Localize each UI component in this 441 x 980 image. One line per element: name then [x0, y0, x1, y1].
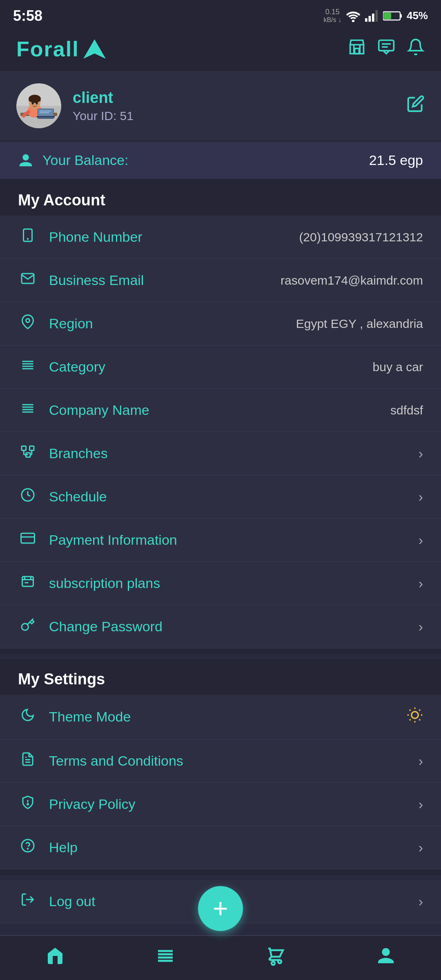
logout-chevron: ›	[419, 893, 423, 909]
profile-avatar	[16, 83, 61, 128]
svg-line-55	[410, 710, 410, 710]
privacy-chevron: ›	[419, 796, 423, 812]
company-name-value: sdfdsf	[390, 403, 423, 417]
logout-divider	[0, 869, 441, 875]
my-settings-title: My Settings	[18, 670, 105, 688]
branches-item[interactable]: Branches ›	[0, 432, 441, 475]
schedule-chevron: ›	[419, 489, 423, 505]
my-account-menu: Phone Number (20)109939317121312 Busines…	[0, 216, 441, 648]
theme-toggle-icon[interactable]	[407, 707, 423, 727]
store-icon[interactable]	[348, 38, 366, 60]
svg-line-60	[419, 710, 420, 710]
bottom-nav	[0, 935, 441, 980]
profile-section: client Your ID: 51	[0, 71, 441, 142]
balance-bar: Your Balance: 21.5 egp	[0, 142, 441, 180]
password-icon	[18, 617, 38, 636]
payment-item[interactable]: Payment Information ›	[0, 519, 441, 562]
battery-percent: 45%	[407, 9, 428, 22]
app-logo: Forall	[16, 37, 106, 61]
svg-rect-2	[368, 16, 371, 22]
terms-chevron: ›	[419, 753, 423, 769]
company-name-item[interactable]: Company Name sdfdsf	[0, 389, 441, 432]
person-icon	[18, 153, 33, 168]
bell-icon[interactable]	[407, 38, 425, 60]
profile-name: client	[73, 89, 134, 107]
schedule-item[interactable]: Schedule ›	[0, 475, 441, 519]
help-item[interactable]: Help ›	[0, 826, 441, 869]
phone-icon	[18, 228, 38, 246]
help-label: Help	[49, 840, 78, 855]
terms-item[interactable]: Terms and Conditions ›	[0, 739, 441, 783]
profile-id: Your ID: 51	[73, 109, 134, 123]
battery-icon	[383, 10, 403, 22]
phone-number-value: (20)109939317121312	[299, 230, 423, 244]
business-email-item[interactable]: Business Email rasovem174@kaimdr.com	[0, 259, 441, 302]
branches-label: Branches	[49, 445, 108, 461]
svg-rect-7	[384, 13, 391, 19]
svg-rect-39	[30, 446, 34, 451]
profile-icon	[376, 946, 396, 970]
svg-rect-10	[379, 40, 394, 51]
bottom-nav-list[interactable]	[143, 942, 187, 974]
change-password-item[interactable]: Change Password ›	[0, 605, 441, 648]
network-speed: 0.15 kB/s ↓	[323, 8, 341, 23]
balance-label: Your Balance:	[42, 152, 128, 168]
svg-rect-47	[22, 577, 33, 586]
logout-label: Log out	[49, 893, 95, 909]
theme-mode-item[interactable]: Theme Mode	[0, 695, 441, 739]
privacy-item[interactable]: Privacy Policy ›	[0, 783, 441, 826]
svg-rect-45	[21, 533, 35, 543]
signal-icon	[365, 10, 379, 22]
change-password-label: Change Password	[49, 619, 163, 635]
shop-icon	[266, 946, 285, 970]
region-value: Egypt EGY , alexandria	[296, 317, 423, 331]
home-icon	[45, 946, 65, 970]
svg-point-52	[412, 712, 419, 719]
svg-rect-6	[400, 14, 402, 18]
svg-point-0	[352, 20, 354, 22]
app-header: Forall	[0, 29, 441, 71]
balance-amount: 21.5 egp	[369, 152, 423, 168]
payment-chevron: ›	[419, 532, 423, 548]
subscription-label: subscription plans	[49, 575, 160, 591]
status-icons: 0.15 kB/s ↓ 45%	[323, 8, 428, 23]
category-item[interactable]: Category buy a car	[0, 345, 441, 389]
svg-rect-3	[372, 13, 374, 22]
logo-arrow-icon	[83, 39, 106, 59]
my-account-header: My Account	[0, 180, 441, 216]
status-bar: 5:58 0.15 kB/s ↓ 45%	[0, 0, 441, 29]
chat-icon[interactable]	[377, 38, 395, 60]
svg-point-28	[26, 319, 30, 323]
svg-rect-1	[365, 18, 368, 22]
business-email-value: rasovem174@kaimdr.com	[281, 274, 423, 287]
my-account-title: My Account	[18, 192, 105, 209]
schedule-label: Schedule	[49, 489, 107, 505]
svg-rect-9	[355, 49, 359, 54]
svg-rect-4	[375, 10, 378, 22]
phone-number-label: Phone Number	[49, 229, 143, 245]
list-icon	[156, 946, 175, 970]
location-icon	[18, 314, 38, 333]
terms-icon	[18, 752, 38, 770]
fab-button[interactable]: +	[198, 886, 243, 931]
svg-point-25	[36, 102, 38, 105]
svg-line-59	[410, 719, 410, 720]
terms-label: Terms and Conditions	[49, 753, 183, 769]
region-item[interactable]: Region Egypt EGY , alexandria	[0, 302, 441, 345]
svg-marker-8	[83, 39, 106, 59]
edit-profile-button[interactable]	[407, 95, 425, 117]
fab-icon: +	[213, 893, 228, 924]
bottom-nav-home[interactable]	[33, 942, 77, 974]
header-actions	[348, 38, 425, 60]
phone-number-item[interactable]: Phone Number (20)109939317121312	[0, 216, 441, 259]
privacy-label: Privacy Policy	[49, 796, 136, 812]
region-label: Region	[49, 316, 93, 332]
bottom-nav-shop[interactable]	[254, 942, 298, 974]
svg-rect-21	[37, 116, 55, 118]
bottom-nav-profile[interactable]	[364, 942, 408, 974]
email-icon	[18, 271, 38, 290]
subscription-item[interactable]: subscription plans ›	[0, 562, 441, 605]
privacy-icon	[18, 795, 38, 813]
svg-line-56	[419, 719, 420, 720]
svg-rect-37	[22, 446, 26, 451]
